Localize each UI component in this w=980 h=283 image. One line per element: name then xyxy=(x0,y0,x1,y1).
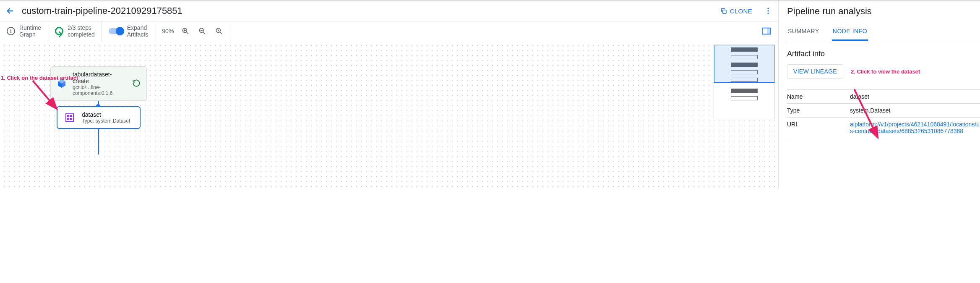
minimap[interactable] xyxy=(714,45,775,119)
svg-rect-9 xyxy=(66,114,73,121)
more-icon[interactable] xyxy=(761,4,775,18)
svg-line-15 xyxy=(854,89,877,136)
zoom-percent: 90% xyxy=(162,28,174,34)
expand-artifacts-label: ExpandArtifacts xyxy=(127,24,149,38)
svg-line-14 xyxy=(33,81,56,108)
svg-rect-10 xyxy=(68,115,69,117)
annotation-arrow-icon xyxy=(854,89,888,145)
svg-rect-0 xyxy=(723,10,726,13)
pipeline-canvas[interactable]: tabulardataset-create gcr.io/…line-compo… xyxy=(0,41,778,189)
svg-point-1 xyxy=(767,8,769,9)
minimap-node xyxy=(731,78,758,82)
zoom-out-icon[interactable] xyxy=(197,26,207,36)
tab-node-info[interactable]: NODE INFO xyxy=(832,23,868,41)
minimap-node xyxy=(731,96,758,100)
row-key: Type xyxy=(787,107,850,114)
node-title: tabulardataset-create xyxy=(73,71,126,84)
minimap-node xyxy=(731,89,758,93)
svg-rect-13 xyxy=(70,118,72,120)
retry-icon[interactable] xyxy=(132,79,141,89)
svg-rect-11 xyxy=(70,115,72,117)
node-title: dataset xyxy=(82,111,130,118)
panel-tabs: SUMMARY NODE INFO xyxy=(787,23,980,41)
runtime-graph-toggle[interactable]: i RuntimeGraph xyxy=(0,21,48,41)
minimap-node xyxy=(731,63,758,67)
progress-ring-icon xyxy=(55,27,63,35)
minimap-node xyxy=(731,70,758,74)
switch-icon[interactable] xyxy=(109,28,123,34)
tab-summary[interactable]: SUMMARY xyxy=(787,23,820,41)
view-lineage-button[interactable]: VIEW LINEAGE xyxy=(787,64,843,79)
node-subtitle: Type: system.Dataset xyxy=(82,118,130,124)
info-icon: i xyxy=(7,27,15,35)
expand-artifacts-toggle[interactable]: ExpandArtifacts xyxy=(102,21,156,41)
annotation-text: 1. Click on the dataset artifact xyxy=(1,75,78,81)
annotation-text: 2. Click to view the dataset xyxy=(851,68,920,75)
annotation-arrow-icon xyxy=(33,81,62,115)
row-key: Name xyxy=(787,93,850,100)
row-key: URI xyxy=(787,121,850,134)
svg-rect-12 xyxy=(68,118,69,120)
svg-point-3 xyxy=(767,13,769,14)
runtime-graph-label: RuntimeGraph xyxy=(19,24,41,38)
graph-edge xyxy=(98,125,99,155)
steps-status: 2/3 stepscompleted xyxy=(48,21,102,41)
minimap-node xyxy=(731,47,758,52)
minimap-node xyxy=(731,55,758,59)
node-subtitle: gcr.io/…line-components:0.1.6 xyxy=(73,84,126,96)
panel-title: Pipeline run analysis xyxy=(787,3,980,18)
back-icon[interactable] xyxy=(3,4,17,18)
dataset-icon xyxy=(63,111,76,124)
zoom-in-icon[interactable] xyxy=(180,26,190,36)
svg-rect-8 xyxy=(767,28,771,34)
steps-label: 2/3 stepscompleted xyxy=(68,24,95,38)
clone-button[interactable]: CLONE xyxy=(716,5,756,17)
section-title: Artifact info xyxy=(787,50,980,58)
toggle-panel-icon[interactable] xyxy=(761,26,771,36)
pipeline-node-component[interactable]: tabulardataset-create gcr.io/…line-compo… xyxy=(50,66,147,101)
page-title: custom-train-pipeline-20210929175851 xyxy=(22,5,182,16)
clone-label: CLONE xyxy=(730,8,752,15)
svg-point-2 xyxy=(767,10,769,11)
pipeline-node-artifact[interactable]: dataset Type: system.Dataset xyxy=(57,106,141,129)
zoom-reset-icon[interactable] xyxy=(214,26,224,36)
